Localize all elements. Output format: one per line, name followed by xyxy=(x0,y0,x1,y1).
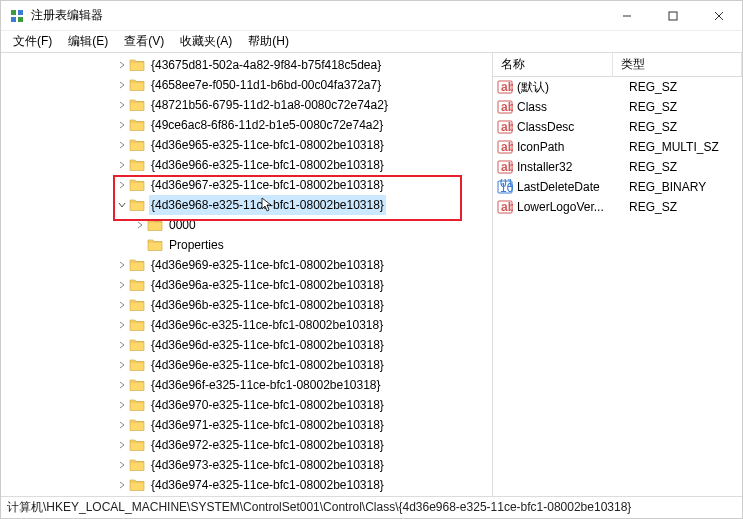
tree-item-label: 0000 xyxy=(167,215,198,235)
list-row[interactable]: abClassDescREG_SZ xyxy=(493,117,742,137)
chevron-right-icon[interactable] xyxy=(115,61,129,69)
tree-item[interactable]: {4d36e96f-e325-11ce-bfc1-08002be10318} xyxy=(1,375,492,395)
chevron-right-icon[interactable] xyxy=(115,381,129,389)
string-value-icon: ab xyxy=(497,79,513,95)
tree-item[interactable]: {4d36e965-e325-11ce-bfc1-08002be10318} xyxy=(1,135,492,155)
list-row[interactable]: abIconPathREG_MULTI_SZ xyxy=(493,137,742,157)
folder-icon xyxy=(147,218,163,232)
folder-icon xyxy=(129,478,145,492)
chevron-right-icon[interactable] xyxy=(115,481,129,489)
tree-item[interactable]: {4d36e966-e325-11ce-bfc1-08002be10318} xyxy=(1,155,492,175)
tree-item[interactable]: {48721b56-6795-11d2-b1a8-0080c72e74a2} xyxy=(1,95,492,115)
chevron-right-icon[interactable] xyxy=(115,441,129,449)
value-type: REG_SZ xyxy=(629,120,742,134)
chevron-down-icon[interactable] xyxy=(115,201,129,209)
window-controls xyxy=(604,1,742,30)
chevron-right-icon[interactable] xyxy=(115,361,129,369)
folder-icon xyxy=(129,458,145,472)
chevron-right-icon[interactable] xyxy=(115,141,129,149)
value-type: REG_SZ xyxy=(629,200,742,214)
tree-item-label: {4d36e969-e325-11ce-bfc1-08002be10318} xyxy=(149,255,386,275)
chevron-right-icon[interactable] xyxy=(115,301,129,309)
menu-file[interactable]: 文件(F) xyxy=(5,30,60,53)
chevron-right-icon[interactable] xyxy=(115,81,129,89)
menu-view[interactable]: 查看(V) xyxy=(116,30,172,53)
chevron-right-icon[interactable] xyxy=(133,221,147,229)
minimize-button[interactable] xyxy=(604,1,650,30)
tree-item-label: {4d36e96a-e325-11ce-bfc1-08002be10318} xyxy=(149,275,386,295)
tree-item[interactable]: {43675d81-502a-4a82-9f84-b75f418c5dea} xyxy=(1,55,492,75)
list-row[interactable]: abLowerLogoVer...REG_SZ xyxy=(493,197,742,217)
tree-item[interactable]: {4d36e972-e325-11ce-bfc1-08002be10318} xyxy=(1,435,492,455)
value-name: Installer32 xyxy=(517,160,629,174)
tree-item[interactable]: {4d36e973-e325-11ce-bfc1-08002be10318} xyxy=(1,455,492,475)
maximize-button[interactable] xyxy=(650,1,696,30)
tree-item[interactable]: {4d36e96b-e325-11ce-bfc1-08002be10318} xyxy=(1,295,492,315)
tree-item[interactable]: {4d36e974-e325-11ce-bfc1-08002be10318} xyxy=(1,475,492,495)
content: {43675d81-502a-4a82-9f84-b75f418c5dea}{4… xyxy=(1,53,742,496)
chevron-right-icon[interactable] xyxy=(115,321,129,329)
col-header-type[interactable]: 类型 xyxy=(613,53,742,76)
tree-item-label: {4d36e96f-e325-11ce-bfc1-08002be10318} xyxy=(149,375,383,395)
folder-icon xyxy=(129,338,145,352)
list-row[interactable]: ab(默认)REG_SZ xyxy=(493,77,742,97)
folder-icon xyxy=(129,258,145,272)
tree-item[interactable]: {4d36e971-e325-11ce-bfc1-08002be10318} xyxy=(1,415,492,435)
tree-item[interactable]: {4d36e968-e325-11ce-bfc1-08002be10318} xyxy=(1,195,492,215)
chevron-right-icon[interactable] xyxy=(115,421,129,429)
tree-item[interactable]: {4d36e967-e325-11ce-bfc1-08002be10318} xyxy=(1,175,492,195)
value-name: IconPath xyxy=(517,140,629,154)
binary-value-icon: 01101001 xyxy=(497,179,513,195)
svg-text:ab: ab xyxy=(501,100,513,114)
folder-icon xyxy=(129,358,145,372)
list-row[interactable]: abClassREG_SZ xyxy=(493,97,742,117)
tree-item[interactable]: 0000 xyxy=(1,215,492,235)
svg-text:ab: ab xyxy=(501,200,513,214)
tree-pane[interactable]: {43675d81-502a-4a82-9f84-b75f418c5dea}{4… xyxy=(1,53,493,496)
chevron-right-icon[interactable] xyxy=(115,161,129,169)
list-pane[interactable]: 名称 类型 ab(默认)REG_SZabClassREG_SZabClassDe… xyxy=(493,53,742,496)
list-row[interactable]: 01101001LastDeleteDateREG_BINARY xyxy=(493,177,742,197)
svg-rect-1 xyxy=(18,10,23,15)
tree-item[interactable]: {4d36e969-e325-11ce-bfc1-08002be10318} xyxy=(1,255,492,275)
svg-text:1001: 1001 xyxy=(500,181,513,195)
list-row[interactable]: abInstaller32REG_SZ xyxy=(493,157,742,177)
tree-item[interactable]: {49ce6ac8-6f86-11d2-b1e5-0080c72e74a2} xyxy=(1,115,492,135)
chevron-right-icon[interactable] xyxy=(115,261,129,269)
tree-item-label: {4d36e965-e325-11ce-bfc1-08002be10318} xyxy=(149,135,386,155)
chevron-right-icon[interactable] xyxy=(115,401,129,409)
chevron-right-icon[interactable] xyxy=(115,461,129,469)
tree-item[interactable]: {4d36e970-e325-11ce-bfc1-08002be10318} xyxy=(1,395,492,415)
chevron-right-icon[interactable] xyxy=(115,281,129,289)
tree: {43675d81-502a-4a82-9f84-b75f418c5dea}{4… xyxy=(1,53,492,496)
tree-item-label: {4d36e973-e325-11ce-bfc1-08002be10318} xyxy=(149,455,386,475)
folder-icon xyxy=(129,158,145,172)
close-button[interactable] xyxy=(696,1,742,30)
tree-item[interactable]: Properties xyxy=(1,235,492,255)
menu-favorites[interactable]: 收藏夹(A) xyxy=(172,30,240,53)
svg-text:ab: ab xyxy=(501,80,513,94)
folder-icon xyxy=(129,378,145,392)
tree-item[interactable]: {4d36e96a-e325-11ce-bfc1-08002be10318} xyxy=(1,275,492,295)
tree-item[interactable]: {4d36e96c-e325-11ce-bfc1-08002be10318} xyxy=(1,315,492,335)
titlebar: 注册表编辑器 xyxy=(1,1,742,31)
chevron-right-icon[interactable] xyxy=(115,101,129,109)
tree-item[interactable]: {4658ee7e-f050-11d1-b6bd-00c04fa372a7} xyxy=(1,75,492,95)
tree-item[interactable]: {4d36e96d-e325-11ce-bfc1-08002be10318} xyxy=(1,335,492,355)
col-header-name[interactable]: 名称 xyxy=(493,53,613,76)
menubar: 文件(F) 编辑(E) 查看(V) 收藏夹(A) 帮助(H) xyxy=(1,31,742,53)
menu-help[interactable]: 帮助(H) xyxy=(240,30,297,53)
menu-edit[interactable]: 编辑(E) xyxy=(60,30,116,53)
folder-icon xyxy=(129,398,145,412)
folder-icon xyxy=(129,118,145,132)
folder-icon xyxy=(129,178,145,192)
value-type: REG_SZ xyxy=(629,100,742,114)
tree-item-label: {48721b56-6795-11d2-b1a8-0080c72e74a2} xyxy=(149,95,390,115)
chevron-right-icon[interactable] xyxy=(115,121,129,129)
tree-item[interactable]: {4d36e96e-e325-11ce-bfc1-08002be10318} xyxy=(1,355,492,375)
folder-icon xyxy=(147,238,163,252)
chevron-right-icon[interactable] xyxy=(115,181,129,189)
value-type: REG_MULTI_SZ xyxy=(629,140,742,154)
chevron-right-icon[interactable] xyxy=(115,341,129,349)
string-value-icon: ab xyxy=(497,139,513,155)
